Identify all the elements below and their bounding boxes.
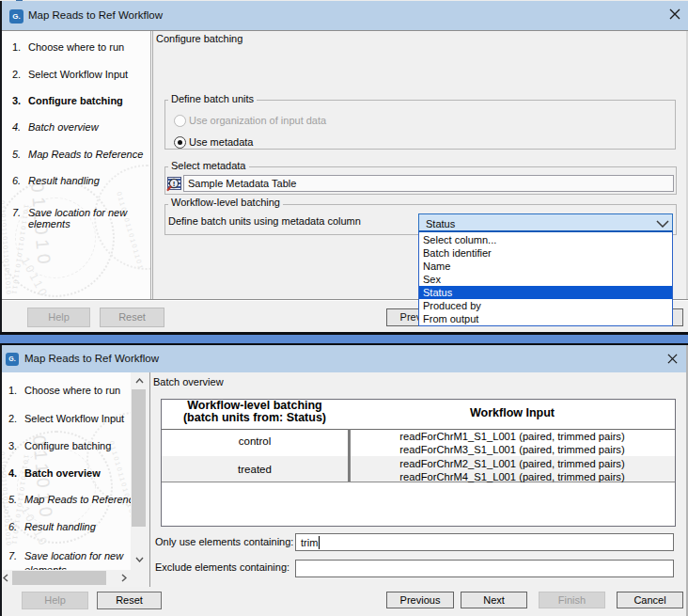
svg-text:!: ! [173, 180, 176, 188]
